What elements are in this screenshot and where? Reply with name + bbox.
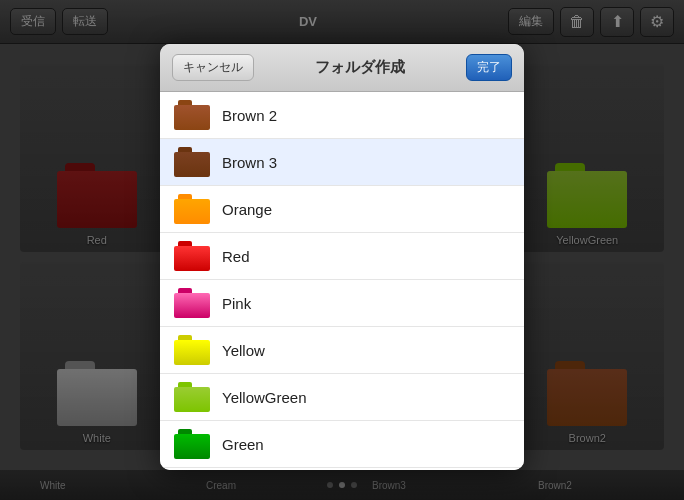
- list-item-label: Brown 3: [222, 154, 277, 171]
- modal-title: フォルダ作成: [254, 58, 466, 77]
- list-folder-body: [174, 387, 210, 412]
- modal-cancel-button[interactable]: キャンセル: [172, 54, 254, 81]
- list-folder-icon: [174, 100, 210, 130]
- list-folder-body: [174, 293, 210, 318]
- list-folder-body: [174, 246, 210, 271]
- list-folder-icon: [174, 194, 210, 224]
- folder-create-modal: キャンセル フォルダ作成 完了 Brown 2 Brown 3 Orange R…: [160, 44, 524, 470]
- list-item[interactable]: Red: [160, 233, 524, 280]
- modal-done-button[interactable]: 完了: [466, 54, 512, 81]
- list-item[interactable]: Brown 3: [160, 139, 524, 186]
- folder-color-list[interactable]: Brown 2 Brown 3 Orange Red Pink Yellow: [160, 92, 524, 470]
- list-item[interactable]: Orange: [160, 186, 524, 233]
- list-folder-body: [174, 340, 210, 365]
- list-folder-icon: [174, 241, 210, 271]
- list-item[interactable]: YellowGreen: [160, 374, 524, 421]
- list-item[interactable]: Yellow: [160, 327, 524, 374]
- list-folder-body: [174, 199, 210, 224]
- list-folder-body: [174, 434, 210, 459]
- list-folder-icon: [174, 335, 210, 365]
- list-item[interactable]: Brown 2: [160, 92, 524, 139]
- list-folder-icon: [174, 147, 210, 177]
- list-folder-body: [174, 152, 210, 177]
- list-folder-icon: [174, 382, 210, 412]
- list-item-label: Yellow: [222, 342, 265, 359]
- list-item-label: Orange: [222, 201, 272, 218]
- list-item-label: Brown 2: [222, 107, 277, 124]
- list-item-label: Pink: [222, 295, 251, 312]
- list-folder-icon: [174, 429, 210, 459]
- list-item-label: Red: [222, 248, 250, 265]
- list-item-label: YellowGreen: [222, 389, 307, 406]
- modal-header: キャンセル フォルダ作成 完了: [160, 44, 524, 92]
- list-item[interactable]: Green: [160, 421, 524, 468]
- list-item[interactable]: Pink: [160, 280, 524, 327]
- list-folder-body: [174, 105, 210, 130]
- list-item-label: Green: [222, 436, 264, 453]
- list-folder-icon: [174, 288, 210, 318]
- list-item[interactable]: LightBlue: [160, 468, 524, 470]
